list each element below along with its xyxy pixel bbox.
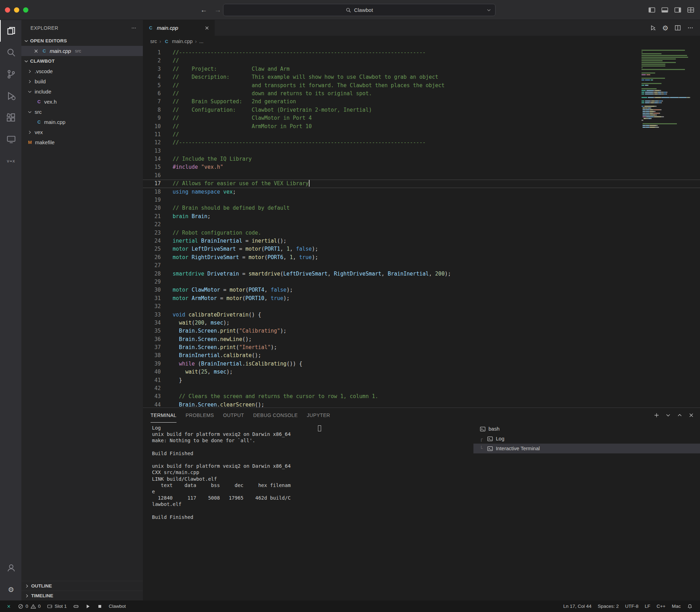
interactive-terminal[interactable] bbox=[308, 423, 473, 600]
open-editor-label: main.cpp bbox=[50, 48, 71, 54]
terminal-entry-label: Log bbox=[496, 436, 504, 441]
activity-explorer[interactable] bbox=[0, 20, 21, 42]
new-terminal-icon[interactable] bbox=[653, 412, 660, 418]
tree-item-main-cpp[interactable]: Cmain.cpp bbox=[21, 117, 143, 127]
tab-main-cpp[interactable]: C main.cpp bbox=[143, 20, 215, 36]
terminal-output[interactable]: Logunix build for platform vexiq2 on Dar… bbox=[143, 423, 308, 600]
maximize-panel-icon[interactable] bbox=[677, 412, 683, 418]
code-line-26: 26motor RightDriveSmart = motor(PORT6, 1… bbox=[143, 253, 700, 262]
tree-item-makefile[interactable]: Mmakefile bbox=[21, 137, 143, 147]
terminal-line: lawbot.elf bbox=[152, 501, 308, 507]
layout-panel-icon[interactable] bbox=[661, 6, 668, 14]
language-mode[interactable]: C++ bbox=[653, 600, 669, 612]
layout-customize-icon[interactable] bbox=[687, 6, 694, 14]
eol[interactable]: LF bbox=[642, 600, 653, 612]
problems-label2: 0 bbox=[38, 604, 41, 609]
activity-remote-explorer[interactable] bbox=[0, 128, 21, 150]
activity-bar-top: v=x bbox=[0, 20, 21, 172]
status-bar: 00Slot 1Clawbot Ln 17, Col 44Spaces: 2UT… bbox=[0, 600, 700, 612]
more-actions-icon[interactable] bbox=[687, 25, 694, 31]
back-button[interactable]: ← bbox=[200, 6, 207, 14]
split-editor-icon[interactable] bbox=[674, 25, 681, 31]
activity-vex[interactable]: v=x bbox=[0, 150, 21, 172]
chevron-down-icon[interactable] bbox=[665, 412, 671, 418]
term-icon bbox=[480, 426, 486, 432]
close-tab-icon[interactable] bbox=[204, 25, 210, 31]
vex-slot[interactable]: Slot 1 bbox=[44, 600, 70, 612]
open-editors-header[interactable]: OPEN EDITORS bbox=[21, 36, 143, 46]
tree-item-include[interactable]: include bbox=[21, 86, 143, 97]
line-number: 41 bbox=[143, 376, 161, 384]
activity-bar-bottom: ⚙ bbox=[0, 557, 21, 600]
line-number: 3 bbox=[143, 65, 161, 73]
activity-run-and-debug[interactable] bbox=[0, 85, 21, 107]
chevron-right-icon bbox=[27, 79, 33, 84]
close-window-button[interactable] bbox=[5, 7, 10, 13]
open-editor-main.cpp[interactable]: Cmain.cppsrc bbox=[21, 46, 143, 56]
remote-icon bbox=[6, 604, 12, 609]
minimize-window-button[interactable] bbox=[14, 7, 19, 13]
code-line-4: 4// Description: This example will show … bbox=[143, 73, 700, 81]
terminal-line: make: Nothing to be done for `all'. bbox=[152, 437, 308, 444]
vex-stop[interactable] bbox=[94, 600, 106, 612]
tree-item-vex[interactable]: vex bbox=[21, 127, 143, 137]
code-line-40: 40 wait(25, msec); bbox=[143, 368, 700, 376]
section-outline[interactable]: OUTLINE bbox=[21, 581, 143, 591]
close-panel-icon[interactable] bbox=[688, 412, 694, 418]
vex-controller[interactable] bbox=[70, 600, 82, 612]
tree-item-build[interactable]: build bbox=[21, 76, 143, 86]
problems[interactable]: 00 bbox=[15, 600, 44, 612]
line-number: 25 bbox=[143, 245, 161, 253]
notifications[interactable] bbox=[684, 600, 696, 612]
zoom-window-button[interactable] bbox=[23, 7, 28, 13]
activity-source-control[interactable] bbox=[0, 63, 21, 85]
activity-accounts[interactable] bbox=[0, 557, 21, 579]
vex-run[interactable] bbox=[82, 600, 94, 612]
panel-tab-problems[interactable]: PROBLEMS bbox=[186, 408, 214, 423]
indentation[interactable]: Spaces: 2 bbox=[595, 600, 622, 612]
line-number: 18 bbox=[143, 188, 161, 196]
tab-label: main.cpp bbox=[157, 25, 178, 31]
command-center[interactable]: Clawbot bbox=[223, 4, 495, 16]
activity-search[interactable] bbox=[0, 42, 21, 63]
code-line-9: 9// ClawMotor in Port 4 bbox=[143, 114, 700, 122]
code-editor[interactable]: 1//-------------------------------------… bbox=[143, 47, 700, 408]
activity-extensions[interactable] bbox=[0, 107, 21, 128]
panel-tab-jupyter[interactable]: JUPYTER bbox=[307, 408, 330, 423]
tree-item-src[interactable]: src bbox=[21, 107, 143, 117]
terminal-entry-bash[interactable]: bash bbox=[473, 424, 700, 434]
remote-indicator[interactable] bbox=[3, 600, 15, 612]
encoding[interactable]: UTF-8 bbox=[622, 600, 642, 612]
more-actions-icon[interactable] bbox=[131, 25, 137, 31]
cursor-position[interactable]: Ln 17, Col 44 bbox=[560, 600, 595, 612]
project-section-header[interactable]: CLAWBOT bbox=[21, 56, 143, 66]
breadcrumb-item[interactable]: src bbox=[150, 39, 157, 44]
stop-icon bbox=[97, 604, 103, 609]
run-file-icon[interactable] bbox=[650, 25, 656, 31]
section-timeline[interactable]: TIMELINE bbox=[21, 591, 143, 600]
forward-button[interactable]: → bbox=[214, 6, 221, 14]
layout-sidebar-left-icon[interactable] bbox=[648, 6, 656, 14]
platform[interactable]: Mac bbox=[668, 600, 684, 612]
breadcrumb-item[interactable]: main.cpp bbox=[172, 39, 193, 44]
layout-sidebar-right-icon[interactable] bbox=[674, 6, 681, 14]
line-number: 23 bbox=[143, 229, 161, 237]
line-number: 21 bbox=[143, 213, 161, 221]
panel-tab-output[interactable]: OUTPUT bbox=[223, 408, 244, 423]
close-editor-icon[interactable] bbox=[33, 48, 39, 54]
tree-item-vex-h[interactable]: Cvex.h bbox=[21, 97, 143, 107]
terminal-entry-interactive-terminal[interactable]: └Interactive Terminal bbox=[473, 444, 700, 453]
panel-tab-debug-console[interactable]: DEBUG CONSOLE bbox=[253, 408, 298, 423]
activity-settings[interactable]: ⚙ bbox=[0, 579, 21, 600]
terminal-entry-log[interactable]: ┌Log bbox=[473, 434, 700, 444]
minimap[interactable] bbox=[642, 50, 695, 128]
line-number: 2 bbox=[143, 57, 161, 65]
vex-project[interactable]: Clawbot bbox=[106, 600, 129, 612]
gear-icon[interactable]: ⚙ bbox=[662, 25, 668, 32]
chevron-down-icon[interactable] bbox=[486, 7, 492, 13]
breadcrumb-item[interactable]: ... bbox=[199, 39, 203, 44]
panel-tab-terminal[interactable]: TERMINAL bbox=[151, 408, 176, 423]
device-icon bbox=[47, 604, 53, 609]
line-number: 10 bbox=[143, 123, 161, 131]
tree-item-vscode[interactable]: .vscode bbox=[21, 66, 143, 76]
